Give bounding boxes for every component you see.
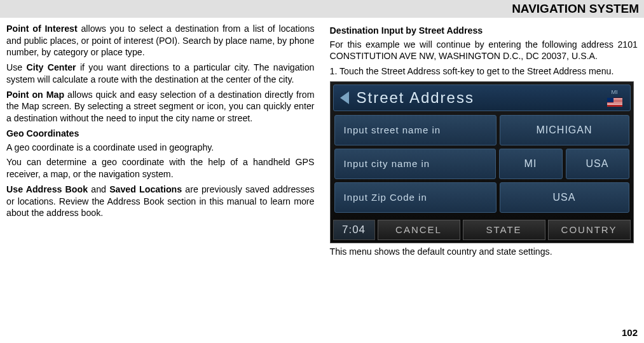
flag-label: MI [612,89,618,97]
address-book-mid: and [88,184,109,194]
saved-locations-label: Saved Locations [109,184,182,194]
screen-title: Street Address [357,88,474,108]
city-center-paragraph: Use City Center if you want directions t… [6,62,315,85]
state-button[interactable]: STATE [463,220,545,240]
street-address-screenshot: Street Address MI Input street name in M… [330,81,634,243]
cancel-button[interactable]: CANCEL [378,220,460,240]
right-column: Destination Input by Street Address For … [330,23,638,261]
flag-box: MI [605,89,625,107]
screen-header: Street Address MI [333,84,631,111]
poi-label: Point of Interest [6,24,78,34]
input-city-name-button[interactable]: Input city name in [334,149,496,179]
bottom-bar: 7:04 CANCEL STATE COUNTRY [333,220,631,240]
time-display: 7:04 [333,220,375,240]
poi-paragraph: Point of Interest allows you to select a… [6,23,315,58]
address-book-label: Use Address Book [6,184,88,194]
screenshot-caption: This menu shows the default country and … [330,246,638,258]
header-bar: NAVIGATION SYSTEM [0,0,644,18]
country-button[interactable]: COUNTRY [548,220,631,240]
city-center-pre: Use [6,62,27,72]
country-usa-button-1[interactable]: USA [566,149,629,179]
point-on-map-label: Point on Map [6,90,64,100]
page-number: 102 [622,327,638,338]
geo-heading: Geo Coordinates [6,128,315,140]
city-center-label: City Center [27,62,76,72]
usa-flag-icon [607,98,622,107]
input-rows: Input street name in MICHIGAN Input city… [331,114,633,217]
left-column: Point of Interest allows you to select a… [6,23,315,261]
dest-p2: 1. Touch the Street Address soft-key to … [330,65,638,77]
input-zip-button[interactable]: Input Zip Code in [334,182,497,213]
dest-p1: For this example we will continue by ent… [330,39,638,62]
point-on-map-paragraph: Point on Map allows quick and easy selec… [6,89,315,124]
input-row-city: Input city name in MI USA [334,149,629,179]
input-street-name-button[interactable]: Input street name in [334,115,497,145]
content-area: Point of Interest allows you to select a… [0,18,644,261]
state-michigan-button[interactable]: MICHIGAN [500,115,629,145]
country-usa-button-2[interactable]: USA [500,182,629,213]
geo-p1: A geo coordinate is a coordinate used in… [6,142,315,154]
geo-p2: You can determine a geo coordinate with … [6,156,315,180]
state-mi-button[interactable]: MI [499,149,563,179]
input-row-street: Input street name in MICHIGAN [334,115,629,145]
input-row-zip: Input Zip Code in USA [334,182,629,213]
dest-heading: Destination Input by Street Address [330,25,638,37]
header-title: NAVIGATION SYSTEM [512,2,639,16]
back-arrow-icon[interactable] [340,91,349,104]
address-book-paragraph: Use Address Book and Saved Locations are… [6,184,315,219]
